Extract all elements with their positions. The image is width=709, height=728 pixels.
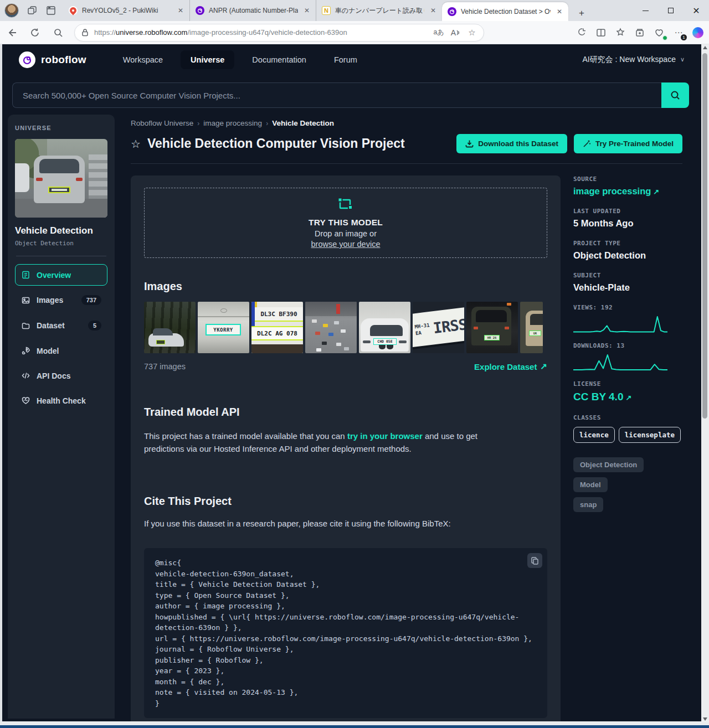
class-chip[interactable]: licenseplate [619,427,681,443]
essentials-status-dot [662,35,667,40]
download-dataset-button[interactable]: Download this Dataset [456,134,567,153]
page-scrollbar[interactable] [701,44,709,722]
nav-documentation[interactable]: Documentation [242,50,316,69]
tag-item[interactable]: snap [573,497,603,512]
notification-badge: 1 [681,34,687,40]
maximize-button[interactable] [658,0,684,21]
model-dropzone[interactable]: TRY THIS MODEL Drop an image or browse y… [144,188,547,258]
address-bar[interactable]: https://universe.roboflow.com/image-proc… [74,24,484,42]
model-icon [21,346,30,355]
favorites-bar-icon[interactable] [613,25,628,40]
browse-device-link[interactable]: browse your device [311,240,381,249]
image-count: 737 images [144,362,186,371]
tab-close-icon[interactable]: ✕ [302,6,311,15]
scrollbar-thumb[interactable] [702,53,707,419]
project-tags: Object Detection Model snap [573,457,682,512]
translate-icon[interactable]: aあ [433,27,445,39]
dropzone-title: TRY THIS MODEL [309,218,383,228]
sidebar-item-overview[interactable]: Overview [15,264,107,286]
nav-forum[interactable]: Forum [324,50,367,69]
cite-project-heading: Cite This Project [144,495,547,508]
pukiwiki-favicon [69,6,78,15]
copy-icon [531,557,538,565]
scroll-up-arrow[interactable] [703,46,707,49]
tab-anpr[interactable]: ANPR (Automatic Number-Plate ✕ [189,0,316,21]
sidebar-item-api-docs[interactable]: API Docs [15,365,107,386]
project-info-panel: SOURCE image processing↗ LAST UPDATED 5 … [573,175,682,721]
copy-bibtex-button[interactable] [527,553,542,568]
dataset-thumbnail[interactable] [144,302,196,353]
class-chips: licence licenseplate [573,427,682,443]
tab-actions-icon[interactable] [45,5,56,16]
profile-avatar[interactable] [4,3,19,18]
breadcrumb-universe[interactable]: Roboflow Universe [131,119,193,127]
read-aloud-icon[interactable]: A [449,27,461,39]
window-controls: ✕ [633,0,709,21]
tab-note[interactable]: N 車のナンバープレート読み取りプログラ ✕ [316,0,442,21]
settings-more-icon[interactable]: ⋯ 1 [671,25,686,40]
tag-item[interactable]: Model [573,477,608,492]
workspaces-icon[interactable] [27,5,38,16]
url-text[interactable]: https://universe.roboflow.com/image-proc… [94,28,428,37]
browser-toolbar: https://universe.roboflow.com/image-proc… [0,21,709,44]
search-input[interactable] [12,82,661,108]
tab-close-icon[interactable]: ✕ [176,6,185,15]
split-screen-icon[interactable] [594,25,608,40]
dataset-thumbnail[interactable]: CHD 05E [359,302,410,353]
chevron-down-icon: ∨ [680,56,685,63]
refresh-icon[interactable] [28,26,42,39]
tab-vehicle-detection-active[interactable]: Vehicle Detection Dataset > Ove ✕ [442,2,568,21]
scroll-down-arrow[interactable] [703,717,707,721]
collections-icon[interactable] [633,25,647,40]
new-tab-button[interactable]: + [574,6,589,21]
search-toolbar-icon[interactable] [52,26,65,39]
breadcrumb-workspace[interactable]: image processing [203,119,262,127]
nav-workspace[interactable]: Workspace [113,50,173,69]
sidebar-item-dataset[interactable]: Dataset 5 [15,314,107,337]
license-link[interactable]: CC BY 4.0↗ [573,391,682,403]
source-link[interactable]: image processing↗ [573,186,682,197]
class-chip[interactable]: licence [573,427,615,443]
browser-essentials-icon[interactable] [652,25,666,40]
nav-universe[interactable]: Universe [181,50,234,69]
star-project-icon[interactable]: ☆ [131,137,141,151]
sidebar-item-model[interactable]: Model [15,340,107,362]
sidebar-item-images[interactable]: Images 737 [15,289,107,311]
tag-item[interactable]: Object Detection [573,457,644,472]
last-updated-label: LAST UPDATED [573,208,682,215]
tab-title: RevYOLOv5_2 - PukiWiki [82,7,172,14]
try-pretrained-model-button[interactable]: Try Pre-Trained Model [574,134,682,153]
workspace-label: AI研究会 : New Workspace [582,55,676,65]
image-thumbnails: YKORRY DL3C BF390DL2C AG 078 CHD 05E MH-… [144,302,547,353]
dataset-icon [21,321,30,331]
roboflow-logo-text: roboflow [41,54,86,66]
tab-close-icon[interactable]: ✕ [555,7,564,16]
roboflow-logo[interactable]: roboflow [19,51,86,68]
tab-pukiwiki[interactable]: RevYOLOv5_2 - PukiWiki ✕ [63,0,189,21]
dataset-thumbnail[interactable]: HR 26 [466,302,518,353]
project-cover-image[interactable] [15,139,107,218]
workspace-selector[interactable]: AI研究会 : New Workspace ∨ [582,55,685,65]
dataset-thumbnail[interactable]: YKORRY [198,302,249,353]
search-button[interactable] [661,82,689,108]
explore-dataset-link[interactable]: Explore Dataset↗ [474,362,547,371]
back-icon[interactable] [5,26,18,39]
close-button[interactable]: ✕ [684,0,709,21]
dataset-thumbnail[interactable]: DL3C BF390DL2C AG 078 [251,302,303,353]
dataset-thumbnail[interactable]: UK [520,302,543,353]
extensions-icon[interactable] [574,25,589,40]
tab-close-icon[interactable]: ✕ [429,6,438,15]
nav-links: Workspace Universe Documentation Forum [113,50,367,69]
dataset-thumbnail[interactable] [305,302,357,353]
images-icon [21,296,30,305]
breadcrumb-separator: › [266,120,268,127]
classes-label: CLASSES [573,414,682,421]
try-in-browser-link[interactable]: try in your browser [347,431,423,441]
copilot-icon[interactable] [692,27,703,38]
breadcrumb-separator: › [197,120,199,127]
dataset-thumbnail[interactable]: MH-31EAIRSS [413,302,464,353]
sidebar-item-health-check[interactable]: Health Check [15,390,107,411]
favorite-star-icon[interactable]: ☆ [466,27,478,39]
project-type: Object Detection [15,240,107,247]
minimize-button[interactable] [633,0,658,21]
